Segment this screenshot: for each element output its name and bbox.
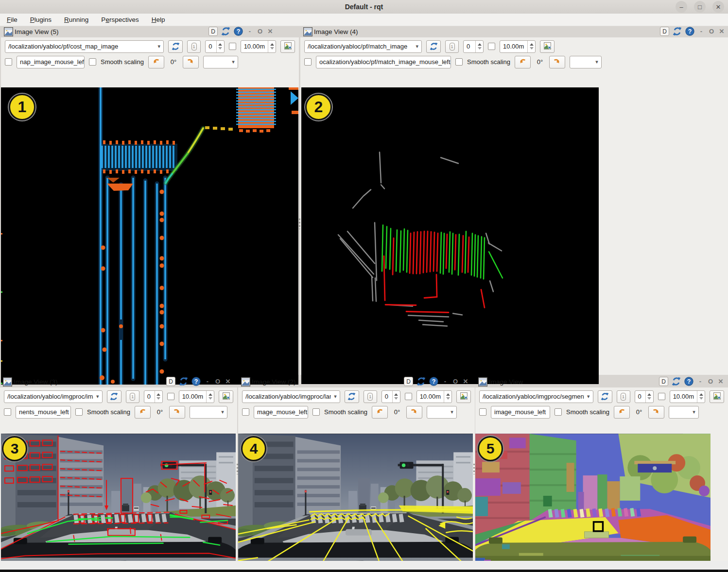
rotate-ccw-button[interactable] <box>372 406 388 419</box>
dock-header[interactable]: Image View (3) D - O ✕ <box>0 376 237 387</box>
refresh-topics-button[interactable] <box>426 40 441 53</box>
publish-click-checkbox[interactable] <box>5 58 12 66</box>
menu-running[interactable]: Running <box>64 16 88 23</box>
dock-close-button[interactable]: ✕ <box>717 378 724 385</box>
refresh-icon[interactable] <box>416 377 426 386</box>
max-range-spinner[interactable]: 10.00m <box>670 390 705 403</box>
gridlines-spinner[interactable]: 0 <box>381 390 400 403</box>
rotate-cw-button[interactable] <box>169 406 185 419</box>
refresh-topics-button[interactable] <box>598 390 612 403</box>
save-image-button[interactable] <box>540 40 555 53</box>
max-range-spinner[interactable]: 10.00m <box>416 390 452 403</box>
menu-plugins[interactable]: Plugins <box>30 16 52 23</box>
dock-d-button[interactable]: D <box>208 27 218 36</box>
dock-close-button[interactable]: ✕ <box>267 28 274 35</box>
dock-minimize-button[interactable]: - <box>246 28 253 35</box>
color-scheme-select[interactable]: ▾ <box>190 406 227 419</box>
smooth-scaling-checkbox[interactable] <box>555 408 562 416</box>
max-range-spinner[interactable]: 10.00m <box>179 390 214 403</box>
dock-minimize-button[interactable]: - <box>697 378 704 385</box>
refresh-topics-button[interactable] <box>345 390 359 403</box>
rotate-cw-button[interactable] <box>648 406 664 419</box>
zoom-1-button[interactable]: 1 <box>617 390 630 403</box>
refresh-icon[interactable] <box>179 377 188 386</box>
dock-close-button[interactable]: ✕ <box>718 28 725 35</box>
maximize-button[interactable]: □ <box>694 1 706 13</box>
zoom-1-button[interactable]: 1 <box>445 40 459 53</box>
help-icon[interactable] <box>429 377 438 386</box>
menu-perspectives[interactable]: Perspectives <box>101 16 139 23</box>
rotate-cw-button[interactable] <box>183 56 199 68</box>
refresh-topics-button[interactable] <box>168 40 183 53</box>
publish-click-checkbox[interactable] <box>479 408 486 416</box>
dock-float-button[interactable]: O <box>708 28 715 35</box>
refresh-icon[interactable] <box>672 377 681 386</box>
dynamic-range-checkbox[interactable] <box>405 393 412 400</box>
smooth-scaling-checkbox[interactable] <box>75 408 83 416</box>
mouse-topic-field[interactable]: nap_image_mouse_left <box>17 56 85 68</box>
color-scheme-select[interactable]: ▾ <box>669 406 699 419</box>
rotate-ccw-button[interactable] <box>515 56 531 68</box>
dock-d-button[interactable]: D <box>166 377 175 386</box>
save-image-button[interactable] <box>710 390 724 403</box>
dynamic-range-checkbox[interactable] <box>488 43 495 50</box>
dock-d-button[interactable]: D <box>659 377 668 386</box>
edge-image[interactable]: 3 <box>1 434 236 571</box>
minimize-button[interactable]: – <box>676 1 687 13</box>
mouse-topic-field[interactable]: nents_mouse_left <box>16 406 71 419</box>
help-icon[interactable] <box>684 377 693 386</box>
close-button[interactable]: ✕ <box>712 1 724 13</box>
refresh-icon[interactable] <box>673 27 682 36</box>
smooth-scaling-checkbox[interactable] <box>455 58 463 66</box>
help-icon[interactable] <box>191 377 201 386</box>
rotate-ccw-button[interactable] <box>135 406 151 419</box>
color-scheme-select[interactable]: ▾ <box>427 406 457 419</box>
dock-minimize-button[interactable]: - <box>442 378 449 385</box>
max-range-spinner[interactable]: 10.00m <box>241 40 276 53</box>
menu-help[interactable]: Help <box>152 16 165 23</box>
dock-minimize-button[interactable]: - <box>698 28 705 35</box>
dock-close-button[interactable]: ✕ <box>462 378 469 385</box>
dock-d-button[interactable]: D <box>404 377 413 386</box>
dock-float-button[interactable]: O <box>214 378 221 385</box>
dynamic-range-checkbox[interactable] <box>167 393 174 400</box>
save-image-button[interactable] <box>219 390 233 403</box>
gridlines-spinner[interactable]: 0 <box>463 40 484 53</box>
topic-select[interactable]: /localization/yabloc/imgproc/ima▾ <box>4 390 103 403</box>
dock-d-button[interactable]: D <box>660 27 669 36</box>
rotate-ccw-button[interactable] <box>614 406 630 419</box>
rotate-cw-button[interactable] <box>406 406 422 419</box>
refresh-topics-button[interactable] <box>107 390 121 403</box>
zoom-1-button[interactable]: 1 <box>126 390 139 403</box>
splitter-handle[interactable] <box>473 464 475 474</box>
color-scheme-select[interactable]: ▾ <box>203 56 238 68</box>
publish-click-checkbox[interactable] <box>4 408 11 416</box>
dock-float-button[interactable]: O <box>257 28 263 35</box>
topic-select[interactable]: /localization/yabloc/imgproc/segmented▾ <box>479 390 593 403</box>
splitter-handle[interactable] <box>237 464 238 474</box>
gridlines-spinner[interactable]: 0 <box>635 390 654 403</box>
dock-header[interactable]: Image View (4) D - O ✕ <box>300 26 728 37</box>
dock-header[interactable]: Image View D - O ✕ <box>475 376 728 387</box>
rotate-ccw-button[interactable] <box>148 56 164 68</box>
dock-float-button[interactable]: O <box>452 378 459 385</box>
save-image-button[interactable] <box>456 390 471 403</box>
smooth-scaling-checkbox[interactable] <box>89 58 96 66</box>
dynamic-range-checkbox[interactable] <box>658 393 665 400</box>
topic-select[interactable]: /localization/yabloc/pf/match_image▾ <box>304 40 422 53</box>
mouse-topic-field[interactable]: mage_mouse_left <box>254 406 308 419</box>
lane-image[interactable]: 4 <box>238 434 473 571</box>
dynamic-range-checkbox[interactable] <box>229 43 236 50</box>
mouse-topic-field[interactable]: ocalization/yabloc/pf/match_image_mouse_… <box>316 56 451 68</box>
refresh-icon[interactable] <box>221 27 230 36</box>
save-image-button[interactable] <box>280 40 295 53</box>
segmented-image[interactable]: 5 <box>475 434 711 571</box>
mouse-topic-field[interactable]: image_mouse_left <box>491 406 550 419</box>
max-range-spinner[interactable]: 10.00m <box>500 40 536 53</box>
menu-file[interactable]: File <box>7 16 17 23</box>
color-scheme-select[interactable]: ▾ <box>570 56 602 68</box>
zoom-1-button[interactable]: 1 <box>187 40 201 53</box>
cost-map-image[interactable]: 1 <box>1 87 298 385</box>
help-icon[interactable] <box>234 27 243 36</box>
window-titlebar[interactable]: Default - rqt – □ ✕ <box>0 0 728 14</box>
